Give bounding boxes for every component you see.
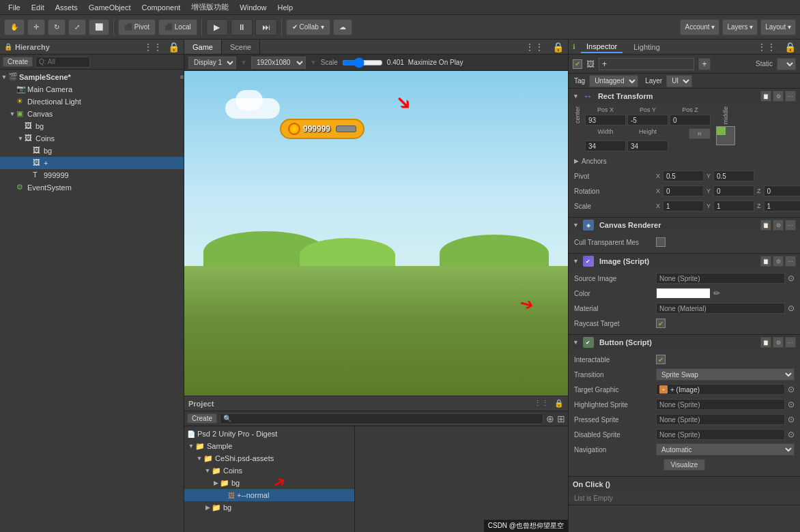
disabled-dot[interactable]: ⊙ bbox=[788, 430, 795, 439]
hier-999999[interactable]: T 999999 bbox=[0, 169, 184, 181]
rotate-tool[interactable]: ↻ bbox=[48, 19, 66, 35]
menu-edit[interactable]: Edit bbox=[26, 2, 50, 13]
hier-plus[interactable]: 🖼 + bbox=[0, 157, 184, 169]
tab-inspector[interactable]: Inspector bbox=[581, 41, 623, 53]
menu-file[interactable]: File bbox=[3, 2, 26, 13]
sc-y-input[interactable] bbox=[713, 201, 754, 211]
account-button[interactable]: Account ▾ bbox=[680, 19, 719, 35]
display-select[interactable]: Display 1 bbox=[188, 57, 236, 69]
hier-canvas[interactable]: ▼ ▣ Canvas bbox=[0, 108, 184, 120]
hier-coins-bg[interactable]: 🖼 bg bbox=[0, 145, 184, 157]
menu-gameobject[interactable]: GameObject bbox=[83, 2, 137, 13]
local-button[interactable]: ⬛ Local bbox=[158, 19, 197, 35]
scale-tool[interactable]: ⤢ bbox=[68, 19, 86, 35]
layout-button[interactable]: Layout ▾ bbox=[760, 19, 796, 35]
layers-button[interactable]: Layers ▾ bbox=[722, 19, 758, 35]
hierarchy-scene-root[interactable]: ▼ 🎬 SampleScene* ≡ bbox=[0, 71, 184, 83]
scale-slider[interactable] bbox=[342, 59, 383, 66]
panel-lock-icon[interactable]: 🔒 bbox=[548, 42, 568, 53]
panel-menu-icon[interactable]: ⋮⋮ bbox=[521, 42, 548, 53]
step-button[interactable]: ⏭ bbox=[255, 19, 277, 35]
rot-y-input[interactable] bbox=[713, 186, 754, 196]
cr-icon-gear[interactable]: ⚙ bbox=[773, 220, 784, 231]
menu-help[interactable]: Help bbox=[272, 2, 298, 13]
pivot-button[interactable]: ⬛ Pivot bbox=[118, 19, 156, 35]
menu-enhanced[interactable]: 增强版功能 bbox=[186, 1, 234, 14]
target-graphic-ref[interactable]: + + (Image) bbox=[656, 384, 785, 395]
hierarchy-lock-icon[interactable]: 🔒 bbox=[168, 42, 180, 53]
source-image-ref[interactable]: None (Sprite) bbox=[656, 273, 785, 284]
layer-select[interactable]: UI bbox=[666, 75, 692, 87]
cloud-button[interactable]: ☁ bbox=[333, 19, 352, 35]
pressed-ref[interactable]: None (Sprite) bbox=[656, 414, 785, 425]
menu-window[interactable]: Window bbox=[234, 2, 272, 13]
hierarchy-search[interactable] bbox=[35, 57, 90, 68]
onclick-header[interactable]: On Click () bbox=[569, 477, 800, 492]
material-ref[interactable]: None (Material) bbox=[656, 303, 785, 314]
project-add-icon[interactable]: ⊕ bbox=[546, 413, 554, 424]
pos-y-input[interactable] bbox=[627, 115, 668, 125]
move-tool[interactable]: ✛ bbox=[27, 19, 45, 35]
rect-icon-more[interactable]: ⋯ bbox=[785, 91, 796, 102]
static-dropdown[interactable] bbox=[777, 58, 796, 70]
disabled-ref[interactable]: None (Sprite) bbox=[656, 429, 785, 440]
pos-x-input[interactable] bbox=[585, 115, 626, 125]
hier-eventsystem[interactable]: ⚙ EventSystem bbox=[0, 181, 184, 194]
width-input[interactable] bbox=[585, 141, 626, 151]
proj-bg2[interactable]: ▶ 📁 bg bbox=[184, 501, 354, 514]
project-lock-icon[interactable]: 🔒 bbox=[554, 399, 564, 408]
sc-z-input[interactable] bbox=[764, 201, 800, 211]
height-input[interactable] bbox=[627, 141, 668, 151]
btn-icon-gear[interactable]: ⚙ bbox=[773, 337, 784, 348]
rect-tool[interactable]: ⬜ bbox=[89, 19, 109, 35]
add-component-plus[interactable]: + bbox=[698, 58, 711, 70]
resolution-select[interactable]: 1920x1080 bbox=[251, 57, 306, 69]
proj-coins-folder[interactable]: ▼ 📁 Coins bbox=[184, 464, 354, 477]
menu-assets[interactable]: Assets bbox=[50, 2, 83, 13]
raycast-checkbox[interactable]: ✔ bbox=[656, 319, 666, 328]
hier-bg1[interactable]: 🖼 bg bbox=[0, 120, 184, 132]
sc-x-input[interactable] bbox=[663, 201, 704, 211]
tab-game[interactable]: Game bbox=[184, 40, 222, 54]
btn-icon-more[interactable]: ⋯ bbox=[785, 337, 796, 348]
rect-r-btn[interactable]: R bbox=[689, 128, 711, 139]
tg-dot[interactable]: ⊙ bbox=[788, 385, 795, 394]
rot-x-input[interactable] bbox=[663, 186, 704, 196]
tab-scene[interactable]: Scene bbox=[222, 40, 260, 54]
cr-icon-ref[interactable]: 📋 bbox=[760, 220, 771, 231]
hier-dir-light[interactable]: ☀ Directional Light bbox=[0, 95, 184, 108]
cr-icon-more[interactable]: ⋯ bbox=[785, 220, 796, 231]
color-swatch[interactable] bbox=[656, 288, 711, 299]
img-icon-gear[interactable]: ⚙ bbox=[773, 256, 784, 267]
proj-psd-unity[interactable]: 📄 Psd 2 Unity Pro - Digest bbox=[184, 428, 354, 440]
collab-button[interactable]: ✔ Collab ▾ bbox=[286, 19, 330, 35]
cull-checkbox[interactable] bbox=[656, 237, 666, 247]
project-create-btn[interactable]: Create bbox=[187, 413, 217, 424]
hierarchy-menu-icon[interactable]: ⋮⋮ bbox=[143, 42, 162, 53]
img-icon-more[interactable]: ⋯ bbox=[785, 256, 796, 267]
hierarchy-create-btn[interactable]: Create bbox=[3, 57, 33, 67]
project-search-input[interactable] bbox=[220, 413, 543, 424]
project-menu-icon[interactable]: ⋮⋮ bbox=[534, 399, 549, 408]
object-name-input[interactable] bbox=[599, 58, 694, 70]
rect-icon-gear[interactable]: ⚙ bbox=[773, 91, 784, 102]
highlighted-dot[interactable]: ⊙ bbox=[788, 400, 795, 409]
img-icon-ref[interactable]: 📋 bbox=[760, 256, 771, 267]
navigation-select[interactable]: Automatic bbox=[656, 443, 795, 456]
scene-menu[interactable]: ≡ bbox=[180, 74, 184, 80]
btn-icon-ref[interactable]: 📋 bbox=[760, 337, 771, 348]
visualize-btn[interactable]: Visualize bbox=[663, 459, 706, 471]
button-script-header[interactable]: ▼ ✔ Button (Script) 📋 ⚙ ⋯ bbox=[569, 335, 800, 350]
proj-ceshi[interactable]: ▼ 📁 CeShi.psd-assets bbox=[184, 452, 354, 464]
pause-button[interactable]: ⏸ bbox=[231, 19, 253, 35]
proj-plus-normal[interactable]: 🖼 +--normal bbox=[184, 489, 354, 501]
pivot-x-input[interactable] bbox=[663, 171, 704, 181]
material-dot[interactable]: ⊙ bbox=[788, 304, 795, 313]
insp-menu-icon[interactable]: ⋮⋮ bbox=[757, 42, 776, 53]
pressed-dot[interactable]: ⊙ bbox=[788, 415, 795, 424]
tag-select[interactable]: Untagged bbox=[589, 75, 638, 87]
pivot-y-input[interactable] bbox=[713, 171, 754, 181]
image-script-header[interactable]: ▼ ✔ Image (Script) 📋 ⚙ ⋯ bbox=[569, 254, 800, 269]
anchor-grid-widget[interactable] bbox=[716, 126, 735, 145]
rect-transform-header[interactable]: ▼ ↔ Rect Transform 📋 ⚙ ⋯ bbox=[569, 89, 800, 104]
